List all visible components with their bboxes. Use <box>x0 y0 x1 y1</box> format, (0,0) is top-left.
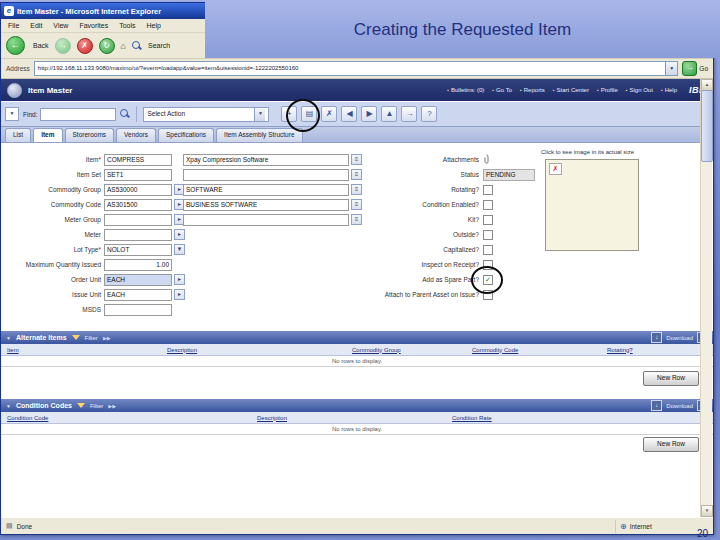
filter-label[interactable]: Filter <box>85 335 98 341</box>
route-workflow-icon[interactable]: → <box>401 106 417 122</box>
col-rotating[interactable]: Rotating? <box>607 347 633 353</box>
commodity-group-input[interactable]: AS530000 <box>104 184 172 196</box>
nav-bulletins[interactable]: ▪Bulletins: (0) <box>447 87 484 93</box>
tab-list[interactable]: List <box>5 128 31 142</box>
rotating-row: Rotating? <box>339 183 493 196</box>
stop-button[interactable]: ✗ <box>77 38 93 54</box>
order-unit-input[interactable]: EACH <box>104 274 172 286</box>
tab-vendors[interactable]: Vendors <box>116 128 156 142</box>
tab-specifications[interactable]: Specifications <box>158 128 214 142</box>
lot-type-input[interactable]: NOLOT <box>104 244 172 256</box>
search-icon[interactable] <box>132 41 142 51</box>
col-description-2[interactable]: Description <box>257 415 452 421</box>
scroll-down-icon[interactable]: ▼ <box>701 505 713 517</box>
expand-filter-icon-2[interactable]: ▶▶ <box>108 403 116 409</box>
menu-help[interactable]: Help <box>147 22 161 29</box>
home-button[interactable]: ⌂ <box>121 39 126 53</box>
col-item[interactable]: Item <box>7 347 167 353</box>
max-quantity-input[interactable]: 1.00 <box>104 259 172 271</box>
nav-go-to[interactable]: ▪Go To <box>492 87 512 93</box>
kit-checkbox[interactable] <box>483 215 493 225</box>
item-description-input[interactable]: Xpay Compression Software <box>183 154 349 166</box>
description-row-2: ≡ <box>183 168 362 181</box>
capitalized-checkbox[interactable] <box>483 245 493 255</box>
select-action-dropdown[interactable]: Select Action ▼ <box>143 107 269 122</box>
alternate-items-new-row-button[interactable]: New Row <box>643 371 699 386</box>
toolbar-help-icon[interactable]: ? <box>421 106 437 122</box>
meter-group-desc-input[interactable] <box>183 214 349 226</box>
order-unit-lookup-icon[interactable]: ▸ <box>174 274 185 285</box>
previous-record-icon[interactable]: ◀ <box>341 106 357 122</box>
download-label[interactable]: Download <box>666 335 693 341</box>
condition-codes-new-row-button[interactable]: New Row <box>643 437 699 452</box>
issue-unit-input[interactable]: EACH <box>104 289 172 301</box>
clear-changes-icon[interactable]: ✗ <box>321 106 337 122</box>
back-button[interactable]: ← <box>6 36 25 55</box>
item-set-input[interactable]: SET1 <box>104 169 172 181</box>
commodity-code-input[interactable]: AS301500 <box>104 199 172 211</box>
filter-icon[interactable] <box>72 335 80 340</box>
address-dropdown-icon[interactable]: ▼ <box>666 61 678 76</box>
menu-edit[interactable]: Edit <box>30 22 42 29</box>
address-input[interactable]: http://192.168.11.133:9080/maximo/ui/?ev… <box>34 61 666 76</box>
item-input[interactable]: COMPRESS <box>104 154 172 166</box>
download-icon[interactable]: ↓ <box>651 332 662 343</box>
nav-sign-out[interactable]: ▪Sign Out <box>626 87 653 93</box>
tab-item-assembly-structure[interactable]: Item Assembly Structure <box>216 128 302 142</box>
col-condition-code[interactable]: Condition Code <box>7 415 257 421</box>
nav-reports[interactable]: ▪Reports <box>520 87 545 93</box>
col-description[interactable]: Description <box>167 347 352 353</box>
tab-item[interactable]: Item <box>33 128 62 142</box>
search-label[interactable]: Search <box>148 42 170 49</box>
forward-button[interactable]: → <box>55 38 71 54</box>
outside-checkbox[interactable] <box>483 230 493 240</box>
col-condition-rate[interactable]: Condition Rate <box>452 415 492 421</box>
find-search-icon[interactable] <box>120 109 130 119</box>
meter-lookup-icon[interactable]: ▸ <box>174 229 185 240</box>
change-status-icon[interactable]: ▲ <box>381 106 397 122</box>
go-button[interactable]: → Go <box>682 61 708 76</box>
meter-group-input[interactable] <box>104 214 172 226</box>
menu-file[interactable]: File <box>8 22 19 29</box>
expand-filter-icon[interactable]: ▶▶ <box>103 335 111 341</box>
item-description-row: Xpay Compression Software ≡ <box>183 153 362 166</box>
item-image-placeholder[interactable]: ✗ <box>545 159 639 251</box>
back-label[interactable]: Back <box>33 42 49 49</box>
filter-label-2[interactable]: Filter <box>90 403 103 409</box>
menu-view[interactable]: View <box>53 22 68 29</box>
query-dropdown-icon[interactable]: ▼ <box>5 107 19 121</box>
description-input-2[interactable] <box>183 169 349 181</box>
menu-favorites[interactable]: Favorites <box>79 22 108 29</box>
go-to-icon: ▪ <box>492 87 494 93</box>
col-commodity-code[interactable]: Commodity Code <box>472 347 607 353</box>
tab-storerooms[interactable]: Storerooms <box>65 128 115 142</box>
commodity-code-desc-input[interactable]: BUSINESS SOFTWARE <box>183 199 349 211</box>
msds-input[interactable] <box>104 304 172 316</box>
filter-icon-2[interactable] <box>77 403 85 408</box>
rotating-checkbox[interactable] <box>483 185 493 195</box>
download-label-2[interactable]: Download <box>666 403 693 409</box>
meter-input[interactable] <box>104 229 172 241</box>
collapse-icon[interactable]: ▼ <box>6 335 11 341</box>
nav-start-center[interactable]: ▪Start Center <box>553 87 589 93</box>
download-icon-2[interactable]: ↓ <box>651 400 662 411</box>
slide-background: e Item Master - Microsoft Internet Explo… <box>0 0 720 540</box>
commodity-group-desc-input[interactable]: SOFTWARE <box>183 184 349 196</box>
refresh-button[interactable]: ↻ <box>99 38 115 54</box>
condition-enabled-checkbox[interactable] <box>483 200 493 210</box>
issue-unit-lookup-icon[interactable]: ▸ <box>174 289 185 300</box>
menu-tools[interactable]: Tools <box>119 22 135 29</box>
scrollbar-thumb[interactable] <box>701 90 713 162</box>
commodity-code-desc-row: BUSINESS SOFTWARE ≡ <box>183 198 362 211</box>
nav-help[interactable]: ▪Help <box>661 87 677 93</box>
find-input[interactable] <box>40 108 116 121</box>
alternate-items-empty: No rows to display. <box>1 356 713 367</box>
vertical-scrollbar[interactable]: ▲ ▼ <box>700 79 712 517</box>
find-label: Find: <box>23 111 37 118</box>
paperclip-icon[interactable] <box>483 154 490 165</box>
nav-profile[interactable]: ▪Profile <box>597 87 618 93</box>
next-record-icon[interactable]: ▶ <box>361 106 377 122</box>
lot-type-select-icon[interactable]: ▼ <box>174 244 185 255</box>
collapse-icon-2[interactable]: ▼ <box>6 403 11 409</box>
col-commodity-group[interactable]: Commodity Group <box>352 347 472 353</box>
